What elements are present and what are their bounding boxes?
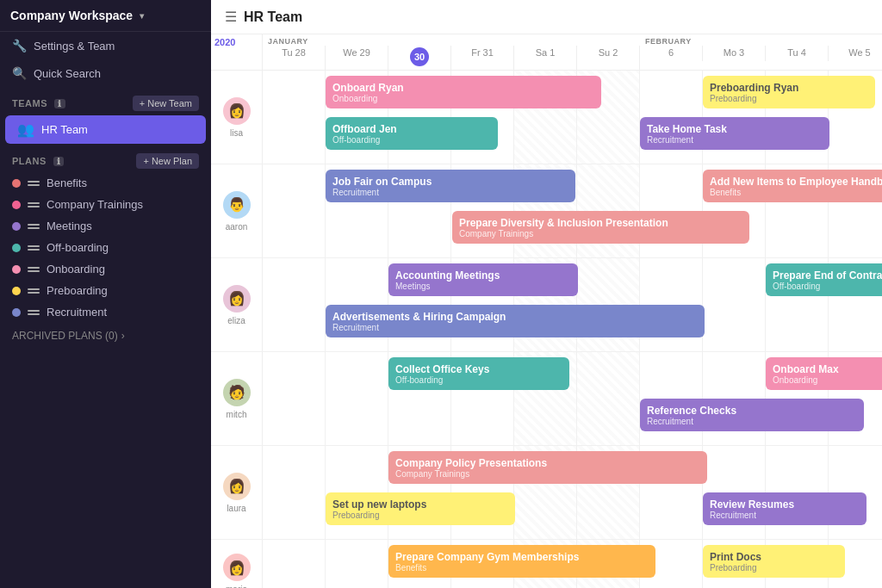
month-group-january: JANUARYTu 28We 2930Fr 31Sa 1Su 2 bbox=[263, 34, 640, 70]
task-bar-collect-office-keys[interactable]: Collect Office Keys Off-boarding bbox=[388, 357, 569, 390]
task-bar-offboard-jen[interactable]: Offboard Jen Off-boarding bbox=[326, 117, 498, 150]
sidebar-plan-onboarding[interactable]: Onboarding bbox=[0, 258, 211, 280]
search-icon: 🔍 bbox=[12, 66, 27, 80]
avatar-name: mitch bbox=[227, 410, 247, 419]
task-category: Company Trainings bbox=[459, 229, 742, 238]
task-bar-add-new-items-to-emp[interactable]: Add New Items to Employee Handbook Benef… bbox=[703, 170, 882, 202]
day-cell: Fr 31 bbox=[451, 46, 514, 70]
plan-dot bbox=[12, 308, 21, 317]
plan-name: Meetings bbox=[47, 220, 92, 232]
task-bar-take-home-task[interactable]: Take Home Task Recruitment bbox=[640, 117, 829, 150]
plan-lines-icon bbox=[28, 224, 40, 229]
task-bar-onboard-max[interactable]: Onboard Max Onboarding bbox=[766, 357, 882, 390]
new-team-button[interactable]: + New Team bbox=[133, 96, 199, 111]
grid-line bbox=[263, 540, 326, 588]
task-bar-review-resumes[interactable]: Review Resumes Recruitment bbox=[703, 492, 866, 525]
day-cell: Sa 1 bbox=[514, 46, 577, 70]
task-category: Meetings bbox=[395, 282, 571, 291]
workspace-title: Company Workspace bbox=[10, 9, 133, 22]
grid-line bbox=[703, 258, 766, 351]
avatar-cell-laura: 👩 laura bbox=[211, 446, 263, 539]
task-bar-prepare-diversity-&-[interactable]: Prepare Diversity & Inclusion Presentati… bbox=[452, 211, 749, 244]
task-bar-reference-checks[interactable]: Reference Checks Recruitment bbox=[640, 399, 864, 431]
timeline-rows: 👩 lisa Onboard Ryan Onboarding Preboardi… bbox=[211, 71, 882, 588]
month-label: FEBRUARY bbox=[640, 34, 882, 46]
menu-icon[interactable]: ☰ bbox=[225, 9, 237, 25]
sidebar-plan-off-boarding[interactable]: Off-boarding bbox=[0, 237, 211, 258]
plans-section-header: PLANS ℹ + New Plan bbox=[0, 145, 211, 172]
task-bar-preboarding-ryan[interactable]: Preboarding Ryan Preboarding bbox=[703, 76, 875, 108]
month-label: JANUARY bbox=[263, 34, 640, 46]
task-bar-advertisements-&-hir[interactable]: Advertisements & Hiring Campaign Recruit… bbox=[326, 305, 705, 337]
day-cell: We 29 bbox=[326, 46, 388, 70]
timeline-grid-mitch: Collect Office Keys Off-boarding Onboard… bbox=[263, 352, 882, 445]
task-bar-company-policy-prese[interactable]: Company Policy Presentations Company Tra… bbox=[388, 451, 707, 484]
plan-dot bbox=[12, 244, 21, 252]
plan-name: Benefits bbox=[47, 176, 87, 189]
plan-lines-icon bbox=[28, 202, 40, 207]
task-category: Company Trainings bbox=[395, 469, 700, 479]
timeline-person-row: 👩 lisa Onboard Ryan Onboarding Preboardi… bbox=[211, 71, 882, 164]
task-title: Advertisements & Hiring Campaign bbox=[332, 311, 698, 323]
task-category: Benefits bbox=[395, 563, 649, 573]
task-title: Onboard Ryan bbox=[332, 82, 594, 94]
grid-line bbox=[326, 540, 388, 588]
timeline-body: 👩 lisa Onboard Ryan Onboarding Preboardi… bbox=[211, 71, 882, 588]
grid-line bbox=[263, 352, 326, 445]
sidebar-plan-recruitment[interactable]: Recruitment bbox=[0, 301, 211, 323]
plan-lines-icon bbox=[28, 181, 40, 186]
sidebar-plan-benefits[interactable]: Benefits bbox=[0, 172, 211, 194]
avatar: 👩 bbox=[223, 285, 251, 313]
sidebar-item-settings[interactable]: 🔧 Settings & Team bbox=[0, 32, 211, 59]
sidebar-plan-company-trainings[interactable]: Company Trainings bbox=[0, 194, 211, 215]
sidebar: Company Workspace ▾ 🔧 Settings & Team 🔍 … bbox=[0, 0, 211, 588]
task-bar-set-up-new-laptops[interactable]: Set up new laptops Preboarding bbox=[326, 492, 515, 525]
task-category: Recruitment bbox=[647, 135, 823, 145]
task-category: Recruitment bbox=[647, 417, 857, 426]
sidebar-item-hr-team[interactable]: 👥 HR Team bbox=[5, 115, 206, 144]
task-bar-prepare-company-gym-[interactable]: Prepare Company Gym Memberships Benefits bbox=[388, 545, 655, 578]
task-title: Prepare End of Contract bbox=[773, 269, 882, 282]
task-title: Preboarding Ryan bbox=[710, 82, 868, 94]
task-title: Review Resumes bbox=[710, 498, 860, 511]
grid-line bbox=[263, 258, 326, 351]
task-category: Onboarding bbox=[773, 375, 882, 385]
plan-dot bbox=[12, 265, 21, 274]
year-label: 2020 bbox=[211, 34, 262, 47]
task-bar-print-docs[interactable]: Print Docs Preboarding bbox=[703, 545, 845, 578]
sidebar-plan-meetings[interactable]: Meetings bbox=[0, 215, 211, 237]
task-title: Print Docs bbox=[710, 551, 838, 563]
plans-info-badge[interactable]: ℹ bbox=[53, 157, 65, 166]
workspace-switcher[interactable]: Company Workspace ▾ bbox=[0, 0, 211, 32]
teams-info-badge[interactable]: ℹ bbox=[54, 99, 65, 108]
avatar-cell-aaron: 👨 aaron bbox=[211, 164, 263, 257]
timeline-grid-maria: Prepare Company Gym Memberships Benefits… bbox=[263, 540, 882, 588]
task-category: Recruitment bbox=[710, 511, 860, 520]
task-title: Set up new laptops bbox=[332, 498, 508, 511]
task-title: Add New Items to Employee Handbook bbox=[710, 176, 882, 188]
task-bar-prepare-end-of-contr[interactable]: Prepare End of Contract Off-boarding bbox=[766, 263, 882, 296]
task-category: Preboarding bbox=[332, 511, 508, 520]
task-category: Recruitment bbox=[332, 188, 568, 197]
sidebar-plan-preboarding[interactable]: Preboarding bbox=[0, 280, 211, 301]
timeline-grid-aaron: Job Fair on Campus Recruitment Add New I… bbox=[263, 164, 882, 257]
task-bar-job-fair-on-campus[interactable]: Job Fair on Campus Recruitment bbox=[326, 170, 575, 202]
avatar-cell-eliza: 👩 eliza bbox=[211, 258, 263, 351]
task-title: Reference Checks bbox=[647, 405, 857, 417]
today-circle: 30 bbox=[410, 47, 429, 66]
task-bar-onboard-ryan[interactable]: Onboard Ryan Onboarding bbox=[326, 76, 601, 108]
archived-plans-row[interactable]: ARCHIVED PLANS (0) › bbox=[0, 323, 211, 349]
avatar-name: aaron bbox=[226, 222, 248, 232]
grid-line bbox=[263, 164, 326, 257]
sidebar-item-search[interactable]: 🔍 Quick Search bbox=[0, 59, 211, 87]
day-cell: We 5 bbox=[829, 46, 882, 61]
task-title: Offboard Jen bbox=[332, 123, 491, 135]
day-cell: 6 bbox=[640, 46, 703, 61]
day-cell: Mo 3 bbox=[703, 46, 766, 61]
page-title: HR Team bbox=[244, 9, 302, 25]
timeline-grid-laura: Company Policy Presentations Company Tra… bbox=[263, 446, 882, 539]
task-category: Recruitment bbox=[332, 323, 698, 332]
new-plan-button[interactable]: + New Plan bbox=[136, 153, 199, 169]
plan-lines-icon bbox=[28, 267, 40, 272]
task-bar-accounting-meetings[interactable]: Accounting Meetings Meetings bbox=[388, 263, 578, 296]
